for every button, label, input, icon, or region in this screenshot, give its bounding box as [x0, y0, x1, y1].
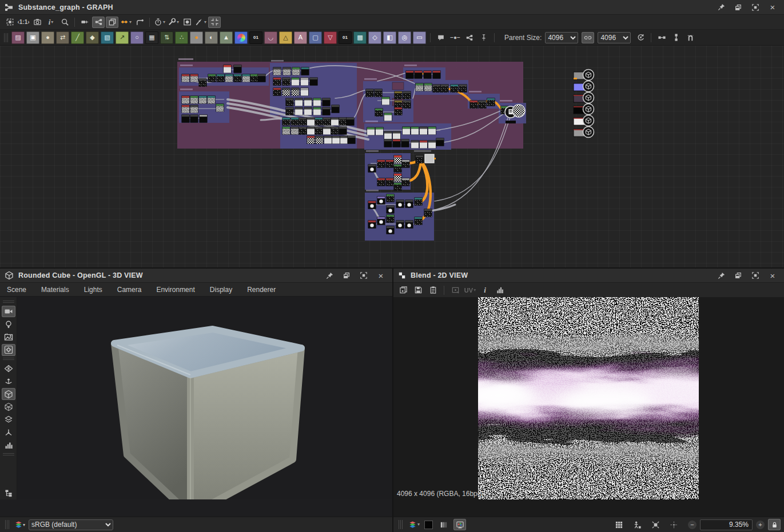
graph-node[interactable] [393, 155, 401, 163]
graph-node[interactable] [419, 126, 427, 134]
graph-node[interactable] [299, 117, 307, 125]
palette-svg-frame-icon[interactable]: ▭ [413, 31, 426, 44]
graph-node[interactable] [322, 107, 330, 115]
palette-height-blend-icon[interactable]: ⇅ [160, 31, 173, 44]
graph-node[interactable] [469, 100, 477, 108]
palette-curve-icon[interactable]: ◡ [264, 31, 277, 44]
graph-node[interactable] [411, 126, 419, 134]
graph-node[interactable] [233, 65, 241, 73]
palette-tile-sampler-icon[interactable]: ∴ [175, 31, 188, 44]
graph-node[interactable] [216, 74, 224, 82]
graph-node[interactable] [181, 114, 189, 122]
plane-mesh-icon[interactable] [2, 363, 15, 374]
palette-blend-icon[interactable]: ● [190, 31, 203, 44]
snap-magnet-icon[interactable] [684, 32, 697, 43]
select-frame-icon[interactable] [3, 17, 16, 28]
graph-output-thumbnail[interactable] [574, 115, 594, 126]
graph-node[interactable] [315, 126, 323, 134]
graph-node[interactable] [393, 164, 401, 172]
graph-node[interactable] [290, 126, 299, 134]
cleanup-icon[interactable]: ▾ [194, 17, 207, 28]
graph-node[interactable] [198, 78, 206, 86]
palette-text-icon[interactable]: A [294, 31, 307, 44]
graph-node[interactable] [198, 95, 206, 103]
transform-widget-icon[interactable] [449, 285, 461, 296]
graph-node[interactable] [190, 95, 198, 103]
graph-node[interactable] [282, 126, 290, 134]
lights-icon[interactable] [2, 318, 15, 330]
graph-node[interactable] [440, 84, 448, 92]
screenshot-icon[interactable] [31, 17, 43, 28]
pin-icon[interactable] [325, 271, 334, 280]
graph-node[interactable] [315, 117, 323, 125]
graph-node[interactable] [313, 107, 321, 115]
maximize-icon[interactable] [359, 271, 368, 280]
graph-node[interactable] [487, 98, 495, 106]
graph-node[interactable] [377, 159, 385, 167]
connect-nodes-icon[interactable] [655, 32, 668, 43]
graph-node[interactable] [405, 199, 413, 207]
scene-tree-icon[interactable] [2, 487, 15, 499]
show-thumbnails-icon[interactable] [106, 17, 118, 28]
graph-node[interactable] [386, 214, 394, 222]
restore-icon[interactable] [734, 3, 743, 12]
compute-timings-icon[interactable]: ▾ [153, 17, 166, 28]
graph-node[interactable] [414, 217, 422, 225]
palette-shape-icon[interactable]: ○ [130, 31, 144, 44]
graph-node[interactable] [436, 138, 444, 146]
restore-icon[interactable] [734, 271, 743, 280]
graph-node[interactable] [339, 117, 347, 125]
graph-node[interactable] [394, 91, 402, 99]
graph-node[interactable] [394, 107, 402, 115]
turbine-mesh-icon[interactable] [2, 427, 15, 438]
graph-node[interactable] [282, 77, 290, 85]
graph-node[interactable] [199, 114, 207, 122]
graph-node[interactable] [331, 117, 339, 125]
channels-filter-icon[interactable]: ▾ [408, 519, 420, 530]
pin-icon[interactable] [717, 271, 726, 280]
palette-bitmap-icon[interactable]: ▨ [11, 31, 25, 44]
graph-node[interactable] [396, 199, 404, 207]
graph-node[interactable] [414, 70, 422, 78]
palette-crop-icon[interactable]: ▢ [309, 31, 322, 44]
duplicate-view-icon[interactable] [397, 285, 409, 296]
link-sizes-icon[interactable] [582, 32, 594, 43]
graph-node[interactable] [324, 135, 332, 143]
graph-node[interactable] [282, 117, 290, 125]
palette-grayscale-conversion-icon[interactable]: 01 [249, 31, 262, 44]
graph-node[interactable] [285, 98, 293, 106]
graph-node[interactable] [307, 117, 315, 125]
cube-mesh-icon[interactable] [2, 388, 15, 399]
graph-node[interactable] [300, 87, 308, 95]
image-information-icon[interactable]: i [479, 285, 491, 296]
graph-node[interactable] [313, 98, 321, 106]
graph-node[interactable] [332, 135, 340, 143]
maximize-icon[interactable] [751, 3, 760, 12]
drag-grip[interactable] [5, 520, 9, 529]
menu-camera[interactable]: Camera [117, 286, 142, 294]
graph-node[interactable] [415, 155, 423, 163]
graph-node[interactable] [405, 70, 413, 78]
graph-node[interactable] [414, 197, 422, 205]
graph-node[interactable] [181, 105, 189, 113]
graph-node[interactable] [401, 139, 409, 147]
graph-node[interactable] [291, 77, 299, 85]
graph-node[interactable] [381, 97, 389, 105]
graph-node[interactable] [377, 178, 385, 186]
transform-gizmo-icon[interactable] [2, 375, 15, 387]
graph-node[interactable] [323, 126, 331, 134]
graph-node[interactable] [190, 105, 198, 113]
graph-node[interactable] [315, 135, 323, 143]
graph-output-thumbnail[interactable] [574, 93, 594, 103]
graph-node[interactable] [368, 220, 376, 228]
graph-node[interactable] [393, 173, 401, 181]
graph-node[interactable] [424, 209, 432, 217]
graph-node[interactable] [385, 159, 393, 167]
graph-node[interactable] [450, 84, 458, 92]
graph-node[interactable] [181, 95, 189, 103]
physical-size-icon[interactable] [631, 519, 643, 530]
graph-node[interactable] [401, 159, 409, 167]
restore-icon[interactable] [342, 271, 351, 280]
graph-node[interactable] [282, 67, 290, 75]
palette-uniform-color-icon[interactable]: ▣ [26, 31, 39, 44]
